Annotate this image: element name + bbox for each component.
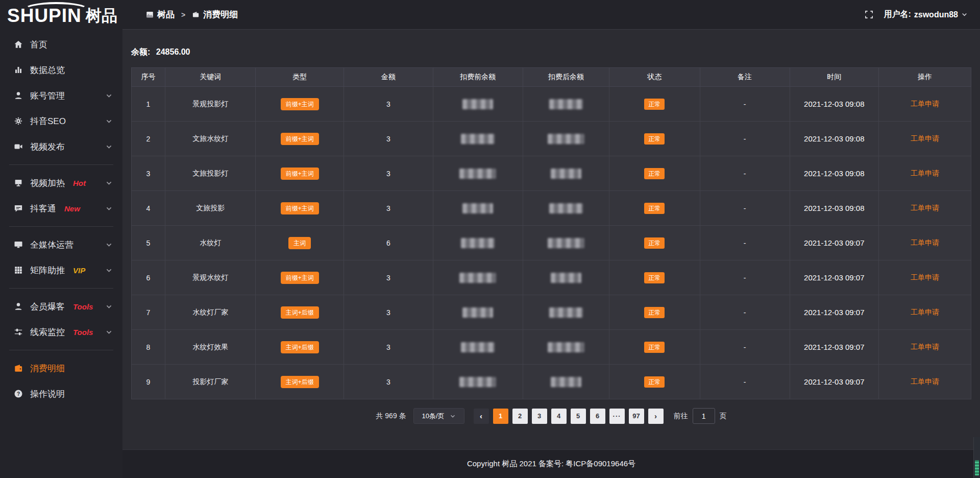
copyright-text: Copyright 树品 2021 备案号: 粤ICP备09019646号	[467, 459, 635, 469]
cell-balance-before	[433, 191, 523, 226]
column-header: 序号	[132, 68, 165, 87]
breadcrumb-item-current[interactable]: 消费明细	[192, 9, 238, 20]
footer: Copyright 树品 2021 备案号: 粤ICP备09019646号	[122, 449, 980, 478]
app-logo[interactable]: SHUPIN 树品	[0, 0, 122, 32]
goto-page-input[interactable]	[693, 408, 715, 424]
sidebar-item-label: 视频加热	[30, 177, 65, 189]
page-button-3[interactable]: 3	[532, 409, 547, 424]
page-size-select[interactable]: 10条/页	[413, 408, 464, 424]
ticket-apply-link[interactable]: 工单申请	[911, 238, 939, 247]
cell-balance-after	[523, 122, 609, 156]
sidebar-item-data-overview[interactable]: 数据总览	[0, 57, 122, 83]
sidebar-item-account-management[interactable]: 账号管理	[0, 83, 122, 108]
sidebar-item-label: 抖客通	[30, 203, 56, 214]
scrollbar-thumb[interactable]	[975, 460, 979, 475]
sidebar-item-doukeTong[interactable]: 抖客通New	[0, 196, 122, 221]
cell-amount: 3	[344, 330, 433, 365]
goto-page: 前往 页	[674, 408, 727, 424]
page-buttons: 123456···97	[493, 409, 644, 424]
ticket-apply-link[interactable]: 工单申请	[911, 343, 939, 351]
breadcrumb-label: 消费明细	[203, 9, 238, 20]
ticket-apply-link[interactable]: 工单申请	[911, 100, 939, 108]
ticket-apply-link[interactable]: 工单申请	[911, 377, 939, 386]
sidebar-item-badge: VIP	[73, 266, 85, 275]
sidebar-item-operation-guide[interactable]: ?操作说明	[0, 381, 122, 407]
user-menu[interactable]: 用户名: zswodun88	[884, 9, 968, 20]
cell-keyword: 投影灯厂家	[165, 365, 256, 399]
cell-balance-after	[523, 191, 609, 226]
prev-page-button[interactable]: ‹	[474, 409, 489, 424]
masked-value	[461, 134, 495, 144]
cell-status: 正常	[609, 330, 700, 365]
ticket-apply-link[interactable]: 工单申请	[911, 134, 939, 142]
breadcrumb-item-home[interactable]: 树品	[146, 9, 175, 20]
sidebar-menu: 首页数据总览账号管理抖音SEO视频发布视频加热Hot抖客通New全媒体运营矩阵助…	[0, 32, 122, 407]
sidebar-item-douyin-seo[interactable]: 抖音SEO	[0, 108, 122, 134]
app-square-icon	[146, 11, 154, 18]
sidebar-item-label: 操作说明	[30, 388, 65, 400]
cell-index: 4	[132, 191, 165, 226]
masked-value	[549, 203, 583, 213]
sidebar-item-home[interactable]: 首页	[0, 32, 122, 57]
ticket-apply-link[interactable]: 工单申请	[911, 169, 939, 177]
cell-balance-after	[523, 156, 609, 191]
cell-balance-before	[433, 87, 523, 122]
cell-status: 正常	[609, 365, 700, 399]
ticket-apply-link[interactable]: 工单申请	[911, 273, 939, 281]
cell-time: 2021-12-03 09:07	[790, 226, 878, 260]
cell-keyword: 水纹灯厂家	[165, 295, 256, 330]
table-body: 1景观投影灯前缀+主词3正常-2021-12-03 09:08工单申请2文旅水纹…	[132, 87, 971, 399]
page-button-6[interactable]: 6	[590, 409, 605, 424]
cell-remark: -	[700, 330, 790, 365]
page-button-5[interactable]: 5	[571, 409, 586, 424]
page-button-4[interactable]: 4	[551, 409, 567, 424]
cell-amount: 6	[344, 226, 433, 260]
cell-type: 主词	[256, 226, 344, 260]
page-button-1[interactable]: 1	[493, 409, 508, 424]
ticket-apply-link[interactable]: 工单申请	[911, 308, 939, 316]
table-header-row: 序号关键词类型金额扣费前余额扣费后余额状态备注时间操作	[132, 68, 971, 87]
cell-balance-before	[433, 365, 523, 399]
page-ellipsis-button[interactable]: ···	[609, 409, 625, 424]
chevron-down-icon	[106, 267, 112, 274]
cell-type: 前缀+主词	[256, 156, 344, 191]
fullscreen-icon[interactable]	[865, 10, 873, 19]
type-badge: 前缀+主词	[281, 272, 319, 284]
ticket-apply-link[interactable]: 工单申请	[911, 204, 939, 212]
cell-status: 正常	[609, 260, 700, 295]
sidebar-item-video-publish[interactable]: 视频发布	[0, 134, 122, 159]
masked-value	[462, 99, 493, 109]
column-header: 类型	[256, 68, 344, 87]
status-badge: 正常	[644, 168, 665, 179]
page-button-97[interactable]: 97	[629, 409, 644, 424]
sidebar-item-label: 全媒体运营	[30, 239, 74, 251]
sidebar-item-all-media-operation[interactable]: 全媒体运营	[0, 232, 122, 257]
column-header: 扣费前余额	[433, 68, 523, 87]
next-page-button[interactable]: ›	[648, 409, 664, 424]
cell-type: 主词+后缀	[256, 295, 344, 330]
menu-divider	[9, 226, 113, 227]
chevron-down-icon	[106, 92, 112, 99]
cell-amount: 3	[344, 87, 433, 122]
page-button-2[interactable]: 2	[512, 409, 528, 424]
sidebar-item-video-heat[interactable]: 视频加热Hot	[0, 170, 122, 196]
sidebar-item-matrix-boost[interactable]: 矩阵助推VIP	[0, 257, 122, 283]
type-badge: 前缀+主词	[281, 168, 319, 180]
cell-status: 正常	[609, 191, 700, 226]
cell-type: 前缀+主词	[256, 122, 344, 156]
type-badge: 前缀+主词	[281, 98, 319, 110]
cell-keyword: 文旅投影灯	[165, 156, 256, 191]
sidebar-item-clue-monitor[interactable]: 线索监控Tools	[0, 319, 122, 345]
cell-balance-before	[433, 226, 523, 260]
cell-action: 工单申请	[878, 87, 971, 122]
breadcrumb-separator: >	[181, 11, 185, 19]
masked-value	[551, 169, 581, 179]
scrollbar-track[interactable]	[973, 437, 980, 478]
chevron-down-icon	[106, 144, 112, 150]
consumption-table: 序号关键词类型金额扣费前余额扣费后余额状态备注时间操作 1景观投影灯前缀+主词3…	[131, 67, 971, 399]
sidebar-item-consumption-detail[interactable]: 消费明细	[0, 355, 122, 381]
cell-balance-after	[523, 365, 609, 399]
cell-status: 正常	[609, 295, 700, 330]
sidebar-item-member-burst[interactable]: 会员爆客Tools	[0, 294, 122, 319]
masked-value	[551, 273, 581, 283]
